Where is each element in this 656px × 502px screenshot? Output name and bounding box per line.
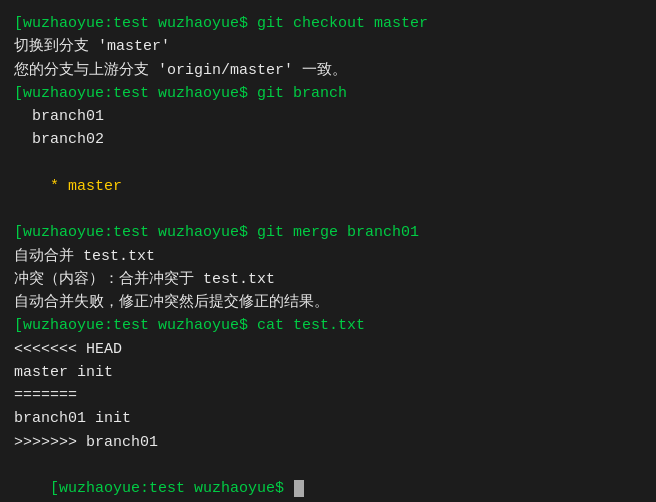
terminal-line-9: 自动合并 test.txt — [14, 245, 642, 268]
terminal-line-16: branch01 init — [14, 407, 642, 430]
terminal-line-7-master: master — [68, 178, 122, 195]
terminal-line-6: branch02 — [14, 128, 642, 151]
terminal-line-4: [wuzhaoyue:test wuzhaoyue$ git branch — [14, 82, 642, 105]
terminal-prompt: [wuzhaoyue:test wuzhaoyue$ — [50, 480, 293, 497]
terminal-line-15: ======= — [14, 384, 642, 407]
terminal-window[interactable]: [wuzhaoyue:test wuzhaoyue$ git checkout … — [0, 0, 656, 502]
terminal-line-14: master init — [14, 361, 642, 384]
terminal-line-11: 自动合并失败，修正冲突然后提交修正的结果。 — [14, 291, 642, 314]
terminal-cursor — [294, 480, 304, 497]
terminal-line-8: [wuzhaoyue:test wuzhaoyue$ git merge bra… — [14, 221, 642, 244]
terminal-line-13: <<<<<<< HEAD — [14, 338, 642, 361]
terminal-line-7: * master — [14, 152, 642, 222]
terminal-line-5: branch01 — [14, 105, 642, 128]
terminal-line-1: [wuzhaoyue:test wuzhaoyue$ git checkout … — [14, 12, 642, 35]
terminal-line-12: [wuzhaoyue:test wuzhaoyue$ cat test.txt — [14, 314, 642, 337]
terminal-line-17: >>>>>>> branch01 — [14, 431, 642, 454]
terminal-line-7-star: * — [50, 178, 68, 195]
terminal-line-3: 您的分支与上游分支 'origin/master' 一致。 — [14, 59, 642, 82]
terminal-line-10: 冲突（内容）：合并冲突于 test.txt — [14, 268, 642, 291]
terminal-line-18: [wuzhaoyue:test wuzhaoyue$ — [14, 454, 642, 502]
terminal-line-2: 切换到分支 'master' — [14, 35, 642, 58]
